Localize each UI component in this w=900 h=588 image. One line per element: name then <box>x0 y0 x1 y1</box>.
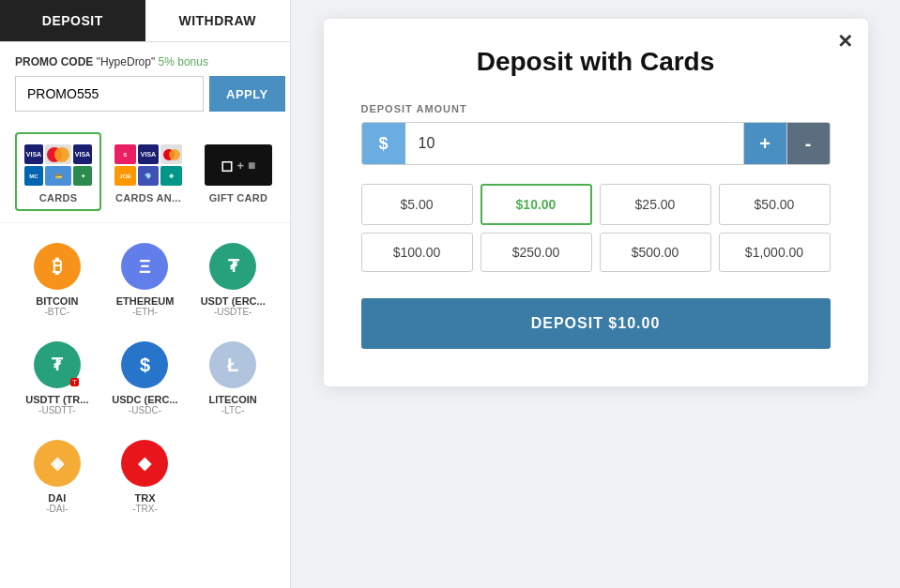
crypto-item-eth[interactable]: Ξ ETHEREUM -ETH- <box>101 231 190 329</box>
btc-ticker: -BTC- <box>44 307 69 317</box>
crypto-item-trx[interactable]: ◆ TRX -TRX- <box>101 428 190 526</box>
crypto-item-btc[interactable]: ₿ BITCOIN -BTC- <box>13 231 101 329</box>
modal-title: Deposit with Cards <box>361 47 831 77</box>
dai-icon: ◈ <box>34 440 81 487</box>
gift-card-icon: ◻ + ■ <box>201 142 276 188</box>
increment-button[interactable]: + <box>743 123 786 164</box>
crypto-grid: ₿ BITCOIN -BTC- Ξ ETHEREUM -ETH- ₮ USDT … <box>0 223 290 534</box>
quick-amount-50[interactable]: $50.00 <box>719 184 831 225</box>
crypto-item-usdtt[interactable]: ₮ T USDTT (TR... -USDTT- <box>13 329 101 428</box>
promo-input[interactable] <box>15 76 204 112</box>
amount-input[interactable] <box>405 123 743 164</box>
promo-section: PROMO CODE "HypeDrop" 5% bonus APPLY <box>0 42 290 121</box>
deposit-amount-label: DEPOSIT AMOUNT <box>361 103 831 114</box>
crypto-item-usdte[interactable]: ₮ USDT (ERC... -USDTE- <box>189 231 277 329</box>
payment-methods-grid: VISA VISA MC 💳 ✦ CARDS S VISA <box>0 121 290 223</box>
quick-amount-250[interactable]: $250.00 <box>481 233 592 272</box>
trx-icon: ◆ <box>121 440 168 487</box>
btc-icon: ₿ <box>34 243 81 290</box>
eth-ticker: -ETH- <box>132 307 158 317</box>
deposit-submit-button[interactable]: DEPOSIT $10.00 <box>361 298 831 349</box>
crypto-item-usdc[interactable]: $ USDC (ERC... -USDC- <box>101 329 190 428</box>
svg-point-3 <box>169 149 180 160</box>
tab-bar: DEPOSIT WITHDRAW <box>0 0 290 42</box>
withdraw-tab[interactable]: WITHDRAW <box>145 0 291 41</box>
quick-amount-25[interactable]: $25.00 <box>600 184 711 225</box>
promo-bonus: 5% bonus <box>159 55 208 68</box>
usdtt-name: USDTT (TR... <box>25 394 88 405</box>
promo-input-row: APPLY <box>15 76 275 112</box>
crypto-item-ltc[interactable]: Ł LITECOIN -LTC- <box>189 329 277 428</box>
dollar-icon-button[interactable]: $ <box>362 123 405 164</box>
gift-card-label: GIFT CARD <box>209 192 268 204</box>
promo-apply-button[interactable]: APPLY <box>209 76 285 112</box>
cards-icon: VISA VISA MC 💳 ✦ <box>21 142 96 188</box>
ltc-icon: Ł <box>209 341 256 388</box>
decrement-button[interactable]: - <box>786 123 830 164</box>
dai-ticker: -DAI- <box>46 504 68 514</box>
left-panel: DEPOSIT WITHDRAW PROMO CODE "HypeDrop" 5… <box>0 0 291 588</box>
usdc-name: USDC (ERC... <box>112 394 177 405</box>
usdc-ticker: -USDC- <box>129 405 161 415</box>
payment-method-cards[interactable]: VISA VISA MC 💳 ✦ CARDS <box>15 132 101 211</box>
deposit-modal: ✕ Deposit with Cards DEPOSIT AMOUNT $ + … <box>324 19 868 386</box>
payment-method-gift-card[interactable]: ◻ + ■ GIFT CARD <box>195 132 282 211</box>
payment-method-cards-and[interactable]: S VISA JCB 💎 ✤ CARDS AN... <box>105 132 191 211</box>
cards-label: CARDS <box>39 192 78 204</box>
quick-amounts-row2: $100.00 $250.00 $500.00 $1,000.00 <box>361 233 831 272</box>
eth-name: ETHEREUM <box>116 295 175 307</box>
cards-and-label: CARDS AN... <box>115 192 181 204</box>
svg-point-1 <box>54 147 69 162</box>
promo-code-value: "HypeDrop" <box>97 55 156 68</box>
usdc-icon: $ <box>121 341 168 388</box>
usdtt-icon: ₮ T <box>34 341 81 388</box>
quick-amount-10[interactable]: $10.00 <box>481 184 592 225</box>
usdte-icon: ₮ <box>209 243 256 290</box>
quick-amount-1000[interactable]: $1,000.00 <box>719 233 831 272</box>
usdte-ticker: -USDTE- <box>214 307 252 317</box>
right-panel: ✕ Deposit with Cards DEPOSIT AMOUNT $ + … <box>291 0 900 588</box>
quick-amount-500[interactable]: $500.00 <box>600 233 711 272</box>
modal-close-button[interactable]: ✕ <box>837 30 853 53</box>
promo-code-name: PROMO CODE <box>15 55 93 68</box>
usdte-name: USDT (ERC... <box>201 295 266 307</box>
trx-name: TRX <box>134 492 155 504</box>
quick-amount-5[interactable]: $5.00 <box>361 184 473 225</box>
quick-amounts-row1: $5.00 $10.00 $25.00 $50.00 <box>361 184 831 225</box>
btc-name: BITCOIN <box>36 295 78 307</box>
cards-and-icon: S VISA JCB 💎 ✤ <box>111 142 186 188</box>
ltc-name: LITECOIN <box>208 394 256 405</box>
deposit-tab[interactable]: DEPOSIT <box>0 0 145 41</box>
trx-ticker: -TRX- <box>132 504 158 514</box>
amount-input-row: $ + - <box>361 122 831 165</box>
ltc-ticker: -LTC- <box>221 405 245 415</box>
usdtt-ticker: -USDTT- <box>38 405 75 415</box>
crypto-item-dai[interactable]: ◈ DAI -DAI- <box>13 428 101 526</box>
eth-icon: Ξ <box>121 243 168 290</box>
dai-name: DAI <box>48 492 66 504</box>
quick-amount-100[interactable]: $100.00 <box>361 233 473 272</box>
promo-label: PROMO CODE "HypeDrop" 5% bonus <box>15 55 275 68</box>
